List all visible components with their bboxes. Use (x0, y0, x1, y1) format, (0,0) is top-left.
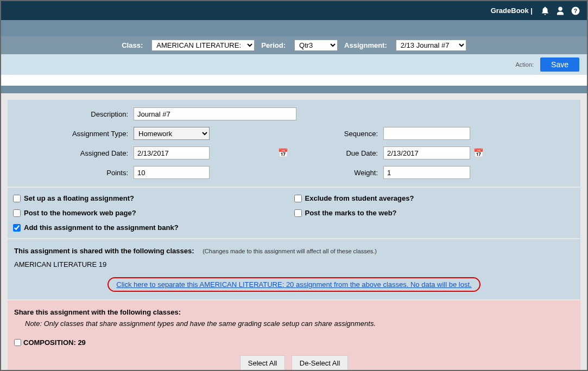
filter-bar: Class: AMERICAN LITERATURE: 20 Period: Q… (1, 36, 587, 54)
user-icon[interactable] (555, 6, 565, 16)
content-wrap: Description: Assignment Type: Homework S… (1, 93, 587, 371)
top-header: GradeBook | ? (1, 1, 587, 20)
share-option-composition[interactable]: COMPOSITION: 29 (14, 338, 574, 347)
due-input[interactable] (383, 146, 470, 159)
shared-class-item: AMERICAN LITERATURE 19 (14, 260, 574, 268)
points-input[interactable] (134, 166, 210, 179)
share-note: Note: Only classes that share assignment… (14, 319, 574, 328)
check-post-hw[interactable]: Post to the homework web page? (13, 209, 294, 217)
class-select[interactable]: AMERICAN LITERATURE: 20 (151, 40, 255, 51)
class-label: Class: (122, 41, 143, 49)
spacer-bar (1, 20, 587, 36)
app-name[interactable]: GradeBook | (491, 7, 533, 15)
white-strip (1, 75, 587, 86)
thin-blue-strip (1, 86, 587, 93)
description-input[interactable] (134, 107, 296, 120)
action-label: Action: (515, 61, 534, 68)
checks-panel: Set up as a floating assignment? Exclude… (8, 187, 580, 238)
assigned-input[interactable] (134, 146, 210, 159)
bell-icon[interactable] (540, 6, 550, 16)
select-all-button[interactable]: Select All (240, 355, 285, 371)
check-bank[interactable]: Add this assignment to the assignment ba… (13, 223, 575, 232)
type-select[interactable]: Homework (134, 127, 210, 140)
form-panel: Description: Assignment Type: Homework S… (8, 100, 580, 187)
description-label: Description: (14, 110, 134, 118)
sequence-input[interactable] (383, 127, 470, 140)
assignment-label: Assignment: (344, 41, 387, 49)
share-panel: Share this assignment with the following… (8, 300, 580, 371)
separate-link[interactable]: Click here to separate this AMERICAN LIT… (108, 277, 480, 292)
save-button-top[interactable]: Save (540, 57, 579, 72)
check-post-marks[interactable]: Post the marks to the web? (294, 209, 576, 217)
assigned-label: Assigned Date: (14, 149, 134, 157)
assignment-select[interactable]: 2/13 Journal #7 (396, 40, 466, 51)
points-label: Points: (14, 169, 134, 177)
help-icon[interactable]: ? (571, 6, 580, 16)
period-select[interactable]: Qtr3 (294, 40, 338, 51)
sequence-label: Sequence: (296, 130, 383, 138)
period-label: Period: (261, 41, 286, 49)
svg-text:?: ? (574, 7, 577, 14)
action-bar: Action: Save (1, 54, 587, 75)
shared-note: (Changes made to this assignment will af… (203, 248, 377, 254)
due-label: Due Date: (296, 149, 383, 157)
shared-panel: This assignment is shared with the follo… (8, 238, 580, 299)
share-header: Share this assignment with the following… (14, 308, 574, 316)
calendar-icon[interactable]: 📅 (275, 148, 296, 158)
deselect-all-button[interactable]: De-Select All (292, 355, 348, 371)
app-frame: GradeBook | ? Class: AMERICAN LITERATURE… (0, 0, 588, 371)
type-label: Assignment Type: (14, 130, 134, 138)
weight-label: Weight: (296, 169, 383, 177)
calendar-icon[interactable]: 📅 (470, 148, 492, 158)
check-exclude[interactable]: Exclude from student averages? (294, 194, 576, 202)
weight-input[interactable] (383, 166, 470, 179)
shared-header: This assignment is shared with the follo… (14, 247, 194, 255)
check-floating[interactable]: Set up as a floating assignment? (13, 194, 294, 202)
